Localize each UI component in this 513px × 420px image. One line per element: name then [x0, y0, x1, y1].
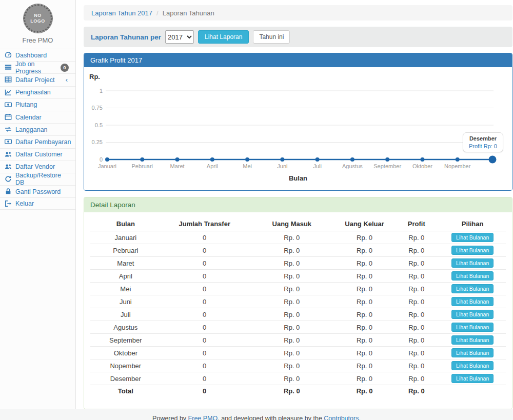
- year-filter-bar: Laporan Tahunan per 2017 Lihat Laporan T…: [84, 27, 512, 47]
- sidebar-item-ganti-password[interactable]: Ganti Password: [0, 185, 75, 197]
- data-point-oktober[interactable]: [420, 157, 424, 162]
- sidebar-item-dashboard[interactable]: Dashboard: [0, 49, 75, 61]
- table-row: Pebruari0Rp. 0Rp. 0Rp. 0Lihat Bulanan: [90, 244, 506, 257]
- y-tick-label: 0.75: [92, 105, 103, 111]
- cell-uang_keluar: Rp. 0: [336, 334, 393, 347]
- lihat-bulanan-button[interactable]: Lihat Bulanan: [451, 310, 494, 319]
- chart-y-axis-title: Rp.: [89, 73, 100, 81]
- cell-bulan: Maret: [90, 257, 161, 270]
- column-header-pilihan: Pilihan: [439, 217, 506, 231]
- tasks-icon: [5, 64, 12, 71]
- chart-tooltip-title: Desember: [469, 135, 497, 142]
- cell-uang_keluar: Rp. 0: [336, 372, 393, 385]
- cell-jumlah_transfer: 0: [161, 359, 248, 372]
- job-count-badge: 0: [61, 64, 69, 72]
- brand-name: Free PMO: [0, 36, 75, 44]
- chart-line-icon: [5, 89, 12, 96]
- cell-profit: Rp. 0: [393, 231, 439, 244]
- users-icon: [5, 151, 12, 158]
- lihat-bulanan-button[interactable]: Lihat Bulanan: [451, 233, 494, 242]
- lihat-laporan-button[interactable]: Lihat Laporan: [198, 30, 249, 44]
- sidebar-item-langganan[interactable]: Langganan: [0, 123, 75, 135]
- x-tick-label: Juni: [277, 163, 287, 169]
- lock-icon: [5, 188, 12, 195]
- sidebar-item-label: Calendar: [15, 114, 42, 121]
- sidebar-item-daftar-vendor[interactable]: Daftar Vendor: [0, 161, 75, 173]
- data-point-maret[interactable]: [175, 157, 180, 162]
- data-point-pebruari[interactable]: [140, 157, 144, 162]
- data-point-januari[interactable]: [105, 157, 109, 162]
- cell-uang_masuk: Rp. 0: [248, 231, 336, 244]
- cell-uang_masuk: Rp. 0: [248, 283, 336, 295]
- tahun-ini-button[interactable]: Tahun ini: [253, 30, 290, 44]
- lihat-bulanan-button[interactable]: Lihat Bulanan: [451, 323, 494, 332]
- cell-jumlah_transfer: 0: [161, 334, 248, 347]
- cell-pilihan: Lihat Bulanan: [439, 359, 506, 372]
- sidebar-item-piutang[interactable]: Piutang: [0, 98, 75, 111]
- cell-pilihan: Lihat Bulanan: [439, 308, 506, 321]
- data-point-juni[interactable]: [280, 157, 284, 162]
- data-point-april[interactable]: [210, 157, 214, 162]
- sidebar-item-calendar[interactable]: Calendar: [0, 111, 75, 123]
- column-header-uang-keluar: Uang Keluar: [336, 217, 393, 231]
- cell-bulan: Oktober: [90, 347, 161, 359]
- data-point-september[interactable]: [385, 157, 389, 162]
- sidebar-item-label: Daftar Customer: [15, 151, 63, 158]
- lihat-bulanan-button[interactable]: Lihat Bulanan: [451, 258, 494, 268]
- data-point-agustus[interactable]: [350, 157, 354, 162]
- lihat-bulanan-button[interactable]: Lihat Bulanan: [451, 361, 494, 370]
- total-masuk: Rp. 0: [248, 385, 336, 397]
- lihat-bulanan-button[interactable]: Lihat Bulanan: [451, 271, 494, 281]
- footer-link-contributors[interactable]: Contributors.: [324, 415, 361, 420]
- table-header-row: BulanJumlah TransferUang MasukUang Kelua…: [90, 217, 506, 231]
- x-tick-label: Juli: [313, 163, 322, 169]
- cell-jumlah_transfer: 0: [161, 270, 248, 283]
- sidebar-item-daftar-pembayaran[interactable]: Daftar Pembayaran: [0, 135, 75, 148]
- data-point-juli[interactable]: [315, 157, 320, 162]
- cell-jumlah_transfer: 0: [161, 321, 248, 334]
- sidebar-item-job-on-progress[interactable]: Job on Progress0: [0, 61, 75, 73]
- cell-pilihan: Lihat Bulanan: [439, 231, 506, 244]
- breadcrumb: Laporan Tahun 2017 / Laporan Tahunan: [84, 5, 512, 21]
- sidebar-item-daftar-project[interactable]: Daftar Project‹: [0, 73, 75, 86]
- chart-x-axis-title: Bulan: [84, 174, 512, 182]
- sidebar-menu: DashboardJob on Progress0Daftar Project‹…: [0, 49, 75, 210]
- cell-pilihan: Lihat Bulanan: [439, 347, 506, 359]
- data-point-nopember[interactable]: [456, 157, 460, 162]
- sidebar-item-backup-restore-db[interactable]: Backup/Restore DB: [0, 173, 75, 185]
- lihat-bulanan-button[interactable]: Lihat Bulanan: [451, 246, 494, 255]
- sidebar-item-label: Piutang: [15, 101, 37, 108]
- cell-uang_keluar: Rp. 0: [336, 308, 393, 321]
- cell-jumlah_transfer: 0: [161, 283, 248, 295]
- cell-uang_keluar: Rp. 0: [336, 270, 393, 283]
- table-total-row: Total0Rp. 0Rp. 0Rp. 0: [90, 385, 506, 397]
- page-footer: Powered by Free PMO, and developed with …: [0, 409, 513, 420]
- cell-jumlah_transfer: 0: [161, 347, 248, 359]
- sidebar-item-penghasilan[interactable]: Penghasilan: [0, 86, 75, 98]
- cell-bulan: Nopember: [90, 359, 161, 372]
- cell-jumlah_transfer: 0: [161, 257, 248, 270]
- lihat-bulanan-button[interactable]: Lihat Bulanan: [451, 348, 494, 357]
- year-select[interactable]: 2017: [165, 30, 194, 44]
- sign-out-icon: [5, 200, 12, 208]
- table-row: Januari0Rp. 0Rp. 0Rp. 0Lihat Bulanan: [90, 231, 506, 244]
- data-point-mei[interactable]: [245, 157, 249, 162]
- sidebar-item-daftar-customer[interactable]: Daftar Customer: [0, 148, 75, 161]
- calendar-icon: [5, 113, 12, 121]
- total-empty-cell: [439, 385, 506, 397]
- data-point-desember[interactable]: [489, 156, 497, 164]
- lihat-bulanan-button[interactable]: Lihat Bulanan: [451, 335, 494, 345]
- cell-pilihan: Lihat Bulanan: [439, 270, 506, 283]
- chart-panel-title: Grafik Profit 2017: [84, 53, 512, 67]
- lihat-bulanan-button[interactable]: Lihat Bulanan: [451, 284, 494, 293]
- lihat-bulanan-button[interactable]: Lihat Bulanan: [451, 374, 494, 383]
- retweet-icon: [5, 126, 12, 133]
- sidebar-item-label: Keluar: [15, 200, 34, 207]
- cell-pilihan: Lihat Bulanan: [439, 372, 506, 385]
- footer-text-prefix: Powered by: [152, 415, 188, 420]
- x-tick-label: Mei: [243, 163, 252, 169]
- breadcrumb-link-laporan-tahun[interactable]: Laporan Tahun 2017: [91, 9, 152, 17]
- sidebar-item-keluar[interactable]: Keluar: [0, 197, 75, 210]
- footer-link-free-pmo[interactable]: Free PMO: [188, 415, 218, 420]
- lihat-bulanan-button[interactable]: Lihat Bulanan: [451, 297, 494, 306]
